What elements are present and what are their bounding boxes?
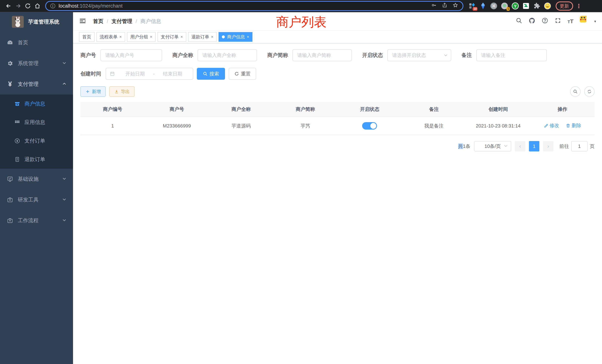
sidebar-item-app-info[interactable]: 应用信息 xyxy=(0,113,73,132)
toggle-search-button[interactable] xyxy=(570,86,580,97)
browser-menu-icon[interactable]: ⋮ xyxy=(576,3,582,9)
tab-user-group[interactable]: 用户分组× xyxy=(127,32,156,42)
yen-icon: ¥ xyxy=(7,81,13,87)
page-1-button[interactable]: 1 xyxy=(529,141,539,151)
page-size-select[interactable]: 10条/页 xyxy=(474,141,511,151)
breadcrumb-separator: / xyxy=(107,18,108,24)
caret-down-icon[interactable]: ▾ xyxy=(594,19,596,23)
back-icon[interactable] xyxy=(4,1,13,11)
sidebar-item-refund-order[interactable]: 退款订单 xyxy=(0,150,73,169)
extension-emoji-icon[interactable] xyxy=(544,2,551,10)
sidebar-item-home[interactable]: 首页 xyxy=(0,32,73,53)
extension-tasks-icon[interactable]: 10 xyxy=(469,2,476,10)
forward-icon[interactable] xyxy=(13,1,23,11)
sidebar-item-merchant-info[interactable]: 商户信息 xyxy=(0,95,73,113)
start-date-placeholder[interactable]: 开始日期 xyxy=(119,71,152,77)
fullscreen-icon[interactable] xyxy=(555,17,561,25)
cell-created: 2021-10-23 08:31:14 xyxy=(466,117,530,135)
sidebar-item-infrastructure[interactable]: 基础设施 xyxy=(0,169,73,189)
github-icon[interactable] xyxy=(529,17,535,25)
site-info-icon[interactable]: i xyxy=(50,3,55,8)
browser-toolbar: i localhost:1024/pay/merchant 10 ⌘ 1 Y xyxy=(0,0,602,12)
status-toggle[interactable] xyxy=(362,122,377,129)
remark-input[interactable] xyxy=(476,49,547,61)
short-name-input[interactable] xyxy=(292,49,352,61)
close-icon[interactable]: × xyxy=(247,34,249,39)
extensions-area: 10 ⌘ 1 Y xyxy=(469,2,551,10)
breadcrumb-home[interactable]: 首页 xyxy=(93,18,103,25)
goto-page-input[interactable] xyxy=(571,141,588,151)
extension-kite-icon[interactable] xyxy=(479,2,487,10)
svg-text:⌘: ⌘ xyxy=(492,4,496,8)
full-name-input[interactable] xyxy=(198,49,257,61)
col-status: 开启状态 xyxy=(337,102,402,117)
sidebar-item-pay-order[interactable]: 支付订单 xyxy=(0,132,73,150)
merchant-table: 商户编号 商户号 商户全称 商户简称 开启状态 备注 创建时间 操作 1 xyxy=(80,102,595,135)
extensions-puzzle-icon[interactable] xyxy=(533,2,540,10)
refresh-table-button[interactable] xyxy=(584,86,595,97)
reset-button[interactable]: 重置 xyxy=(229,68,256,80)
close-icon[interactable]: × xyxy=(211,34,214,39)
briefcase-icon xyxy=(7,217,13,224)
close-icon[interactable]: × xyxy=(119,34,122,39)
app-logo-row[interactable]: 芋道管理系统 xyxy=(0,12,73,32)
top-navbar: 首页 / 支付管理 / 商户信息 商户列表 TT ▾ xyxy=(73,12,602,31)
search-icon[interactable] xyxy=(516,17,522,25)
end-date-placeholder[interactable]: 结束日期 xyxy=(156,71,189,77)
tab-refund-order[interactable]: 退款订单× xyxy=(188,32,217,42)
bookmark-star-icon[interactable] xyxy=(453,2,458,10)
extension-y-icon[interactable]: Y xyxy=(512,2,519,10)
plus-icon xyxy=(85,89,90,94)
help-icon[interactable] xyxy=(542,17,548,25)
password-key-icon[interactable] xyxy=(431,2,437,10)
shop-icon xyxy=(14,101,20,107)
font-size-icon[interactable]: TT xyxy=(568,18,573,24)
tab-process-form[interactable]: 流程表单× xyxy=(96,32,125,42)
tab-pay-order[interactable]: 支付订单× xyxy=(158,32,186,42)
chevron-down-icon xyxy=(504,143,508,149)
sidebar-item-pay[interactable]: ¥ 支付管理 xyxy=(0,74,73,95)
chevron-down-icon xyxy=(62,176,66,182)
export-button[interactable]: 导出 xyxy=(109,86,135,97)
reload-icon[interactable] xyxy=(23,1,33,11)
share-icon[interactable] xyxy=(442,2,447,10)
delete-link[interactable]: 删除 xyxy=(566,122,581,129)
home-icon[interactable] xyxy=(33,1,42,11)
sidebar-item-workflow[interactable]: 工作流程 xyxy=(0,210,73,231)
prev-page-button[interactable]: ‹ xyxy=(515,141,525,151)
search-button[interactable]: 搜索 xyxy=(197,68,225,80)
cell-status xyxy=(337,117,402,135)
active-dot-icon xyxy=(222,35,225,38)
col-full-name: 商户全称 xyxy=(209,102,273,117)
edit-link[interactable]: 修改 xyxy=(544,122,559,129)
date-range-picker[interactable]: 开始日期 - 结束日期 xyxy=(106,68,193,80)
url-bar[interactable]: i localhost:1024/pay/merchant xyxy=(45,1,463,11)
breadcrumb: 首页 / 支付管理 / 商户信息 xyxy=(93,18,161,25)
cell-actions: 修改 删除 xyxy=(530,117,595,135)
chrome-update-button[interactable]: 更新 xyxy=(556,1,573,11)
next-page-button[interactable]: › xyxy=(543,141,553,151)
collapse-sidebar-icon[interactable] xyxy=(79,17,87,25)
avatar[interactable] xyxy=(580,16,591,27)
cell-merchant-no: M233666999 xyxy=(145,117,209,135)
extension-badge: 1 xyxy=(506,7,510,11)
extension-notes-icon[interactable] xyxy=(522,2,530,10)
extension-profile-icon[interactable]: 1 xyxy=(501,2,508,10)
breadcrumb-parent[interactable]: 支付管理 xyxy=(112,18,132,25)
status-select[interactable] xyxy=(387,49,451,61)
chevron-down-icon xyxy=(62,197,66,203)
sidebar-item-devtools[interactable]: 研发工具 xyxy=(0,189,73,210)
extension-command-icon[interactable]: ⌘ xyxy=(490,2,497,10)
add-button[interactable]: 新增 xyxy=(80,86,106,97)
col-merchant-no: 商户号 xyxy=(145,102,209,117)
cell-remark: 我是备注 xyxy=(402,117,466,135)
url-text[interactable]: localhost:1024/pay/merchant xyxy=(59,3,122,9)
tab-home[interactable]: 首页 xyxy=(79,32,95,42)
close-icon[interactable]: × xyxy=(181,34,183,39)
close-icon[interactable]: × xyxy=(150,34,152,39)
remark-label: 备注 xyxy=(462,52,472,59)
merchant-no-input[interactable] xyxy=(100,49,162,61)
sidebar-item-system[interactable]: 系统管理 xyxy=(0,53,73,74)
tab-merchant-info[interactable]: 商户信息× xyxy=(218,32,252,42)
monitor-icon xyxy=(7,176,13,182)
